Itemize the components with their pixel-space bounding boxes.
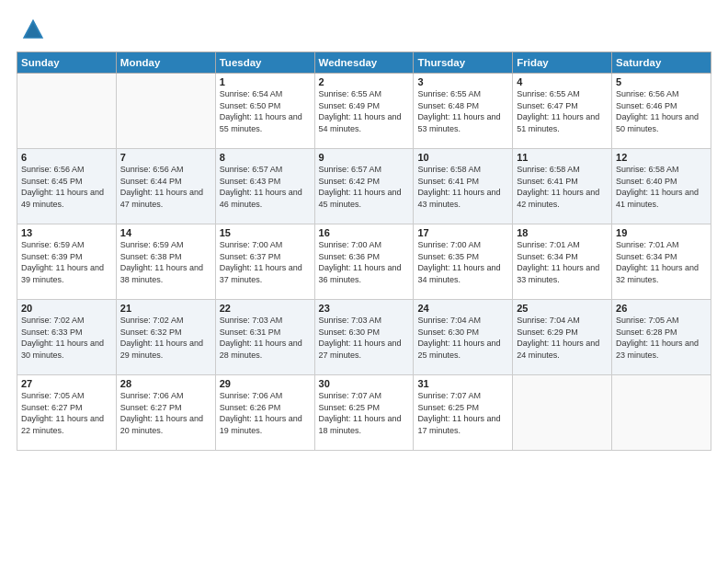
cell-details: Sunrise: 6:55 AMSunset: 6:47 PMDaylight:…	[517, 88, 608, 134]
calendar-cell: 15Sunrise: 7:00 AMSunset: 6:37 PMDayligh…	[215, 224, 314, 300]
day-of-week-header: Friday	[513, 52, 612, 74]
day-number: 9	[319, 152, 410, 163]
calendar-cell	[116, 74, 215, 149]
page: SundayMondayTuesdayWednesdayThursdayFrid…	[0, 0, 728, 563]
day-number: 11	[517, 152, 608, 163]
cell-details: Sunrise: 7:07 AMSunset: 6:25 PMDaylight:…	[319, 390, 410, 436]
calendar-cell: 30Sunrise: 7:07 AMSunset: 6:25 PMDayligh…	[314, 375, 414, 451]
calendar-cell: 17Sunrise: 7:00 AMSunset: 6:35 PMDayligh…	[414, 224, 513, 300]
calendar-cell: 25Sunrise: 7:04 AMSunset: 6:29 PMDayligh…	[513, 300, 612, 375]
calendar-cell: 8Sunrise: 6:57 AMSunset: 6:43 PMDaylight…	[215, 149, 314, 224]
day-number: 10	[417, 152, 508, 163]
day-number: 27	[21, 378, 112, 389]
cell-details: Sunrise: 7:04 AMSunset: 6:29 PMDaylight:…	[517, 315, 608, 361]
day-number: 14	[120, 227, 211, 238]
calendar-cell: 11Sunrise: 6:58 AMSunset: 6:41 PMDayligh…	[513, 149, 612, 224]
cell-details: Sunrise: 6:59 AMSunset: 6:38 PMDaylight:…	[120, 239, 211, 285]
calendar-cell: 27Sunrise: 7:05 AMSunset: 6:27 PMDayligh…	[17, 375, 117, 451]
calendar-cell: 1Sunrise: 6:54 AMSunset: 6:50 PMDaylight…	[215, 74, 314, 149]
cell-details: Sunrise: 7:01 AMSunset: 6:34 PMDaylight:…	[517, 239, 608, 285]
calendar-cell: 20Sunrise: 7:02 AMSunset: 6:33 PMDayligh…	[17, 300, 117, 375]
day-number: 12	[616, 152, 707, 163]
logo	[17, 17, 46, 42]
day-number: 26	[616, 303, 707, 314]
day-number: 31	[417, 378, 508, 389]
day-number: 28	[120, 378, 211, 389]
calendar-cell: 21Sunrise: 7:02 AMSunset: 6:32 PMDayligh…	[116, 300, 215, 375]
calendar-cell: 9Sunrise: 6:57 AMSunset: 6:42 PMDaylight…	[314, 149, 414, 224]
cell-details: Sunrise: 7:07 AMSunset: 6:25 PMDaylight:…	[417, 390, 508, 436]
day-of-week-header: Wednesday	[314, 52, 414, 74]
day-number: 6	[21, 152, 112, 163]
day-number: 21	[120, 303, 211, 314]
calendar-cell: 2Sunrise: 6:55 AMSunset: 6:49 PMDaylight…	[314, 74, 414, 149]
day-of-week-header: Tuesday	[215, 52, 314, 74]
day-number: 13	[21, 227, 112, 238]
cell-details: Sunrise: 7:00 AMSunset: 6:37 PMDaylight:…	[220, 239, 311, 285]
calendar-cell: 24Sunrise: 7:04 AMSunset: 6:30 PMDayligh…	[414, 300, 513, 375]
calendar-cell: 3Sunrise: 6:55 AMSunset: 6:48 PMDaylight…	[414, 74, 513, 149]
calendar-cell: 12Sunrise: 6:58 AMSunset: 6:40 PMDayligh…	[612, 149, 711, 224]
day-number: 4	[517, 76, 608, 87]
day-of-week-header: Saturday	[612, 52, 711, 74]
cell-details: Sunrise: 7:01 AMSunset: 6:34 PMDaylight:…	[616, 239, 707, 285]
day-number: 29	[220, 378, 311, 389]
calendar-week-row: 20Sunrise: 7:02 AMSunset: 6:33 PMDayligh…	[17, 300, 711, 375]
calendar-week-row: 1Sunrise: 6:54 AMSunset: 6:50 PMDaylight…	[17, 74, 711, 149]
calendar-cell: 16Sunrise: 7:00 AMSunset: 6:36 PMDayligh…	[314, 224, 414, 300]
calendar-header-row: SundayMondayTuesdayWednesdayThursdayFrid…	[17, 52, 711, 74]
cell-details: Sunrise: 6:57 AMSunset: 6:43 PMDaylight:…	[220, 164, 311, 210]
cell-details: Sunrise: 6:58 AMSunset: 6:41 PMDaylight:…	[517, 164, 608, 210]
cell-details: Sunrise: 7:06 AMSunset: 6:26 PMDaylight:…	[220, 390, 311, 436]
cell-details: Sunrise: 7:05 AMSunset: 6:28 PMDaylight:…	[616, 315, 707, 361]
cell-details: Sunrise: 7:05 AMSunset: 6:27 PMDaylight:…	[21, 390, 112, 436]
calendar-cell: 22Sunrise: 7:03 AMSunset: 6:31 PMDayligh…	[215, 300, 314, 375]
day-number: 24	[417, 303, 508, 314]
logo-icon	[20, 17, 46, 42]
calendar-cell: 28Sunrise: 7:06 AMSunset: 6:27 PMDayligh…	[116, 375, 215, 451]
calendar-cell: 26Sunrise: 7:05 AMSunset: 6:28 PMDayligh…	[612, 300, 711, 375]
day-of-week-header: Sunday	[17, 52, 117, 74]
day-number: 19	[616, 227, 707, 238]
day-number: 2	[319, 76, 410, 87]
calendar-cell: 10Sunrise: 6:58 AMSunset: 6:41 PMDayligh…	[414, 149, 513, 224]
calendar-cell: 18Sunrise: 7:01 AMSunset: 6:34 PMDayligh…	[513, 224, 612, 300]
day-number: 16	[319, 227, 410, 238]
day-number: 1	[220, 76, 311, 87]
day-number: 5	[616, 76, 707, 87]
day-number: 23	[319, 303, 410, 314]
cell-details: Sunrise: 6:58 AMSunset: 6:41 PMDaylight:…	[417, 164, 508, 210]
cell-details: Sunrise: 7:03 AMSunset: 6:30 PMDaylight:…	[319, 315, 410, 361]
cell-details: Sunrise: 6:56 AMSunset: 6:44 PMDaylight:…	[120, 164, 211, 210]
day-number: 22	[220, 303, 311, 314]
cell-details: Sunrise: 6:55 AMSunset: 6:49 PMDaylight:…	[319, 88, 410, 134]
day-number: 20	[21, 303, 112, 314]
cell-details: Sunrise: 7:02 AMSunset: 6:32 PMDaylight:…	[120, 315, 211, 361]
calendar-cell: 5Sunrise: 6:56 AMSunset: 6:46 PMDaylight…	[612, 74, 711, 149]
cell-details: Sunrise: 6:59 AMSunset: 6:39 PMDaylight:…	[21, 239, 112, 285]
calendar-cell: 29Sunrise: 7:06 AMSunset: 6:26 PMDayligh…	[215, 375, 314, 451]
cell-details: Sunrise: 7:00 AMSunset: 6:36 PMDaylight:…	[319, 239, 410, 285]
calendar-cell	[17, 74, 117, 149]
calendar-cell: 6Sunrise: 6:56 AMSunset: 6:45 PMDaylight…	[17, 149, 117, 224]
calendar: SundayMondayTuesdayWednesdayThursdayFrid…	[17, 52, 711, 451]
cell-details: Sunrise: 7:04 AMSunset: 6:30 PMDaylight:…	[417, 315, 508, 361]
day-number: 17	[417, 227, 508, 238]
calendar-cell	[513, 375, 612, 451]
cell-details: Sunrise: 6:57 AMSunset: 6:42 PMDaylight:…	[319, 164, 410, 210]
cell-details: Sunrise: 6:56 AMSunset: 6:45 PMDaylight:…	[21, 164, 112, 210]
header	[17, 17, 711, 42]
cell-details: Sunrise: 7:03 AMSunset: 6:31 PMDaylight:…	[220, 315, 311, 361]
day-number: 18	[517, 227, 608, 238]
calendar-cell: 13Sunrise: 6:59 AMSunset: 6:39 PMDayligh…	[17, 224, 117, 300]
day-number: 8	[220, 152, 311, 163]
day-number: 30	[319, 378, 410, 389]
calendar-week-row: 13Sunrise: 6:59 AMSunset: 6:39 PMDayligh…	[17, 224, 711, 300]
calendar-week-row: 27Sunrise: 7:05 AMSunset: 6:27 PMDayligh…	[17, 375, 711, 451]
day-of-week-header: Monday	[116, 52, 215, 74]
cell-details: Sunrise: 6:55 AMSunset: 6:48 PMDaylight:…	[417, 88, 508, 134]
calendar-cell: 7Sunrise: 6:56 AMSunset: 6:44 PMDaylight…	[116, 149, 215, 224]
calendar-cell: 23Sunrise: 7:03 AMSunset: 6:30 PMDayligh…	[314, 300, 414, 375]
calendar-cell: 31Sunrise: 7:07 AMSunset: 6:25 PMDayligh…	[414, 375, 513, 451]
cell-details: Sunrise: 6:58 AMSunset: 6:40 PMDaylight:…	[616, 164, 707, 210]
